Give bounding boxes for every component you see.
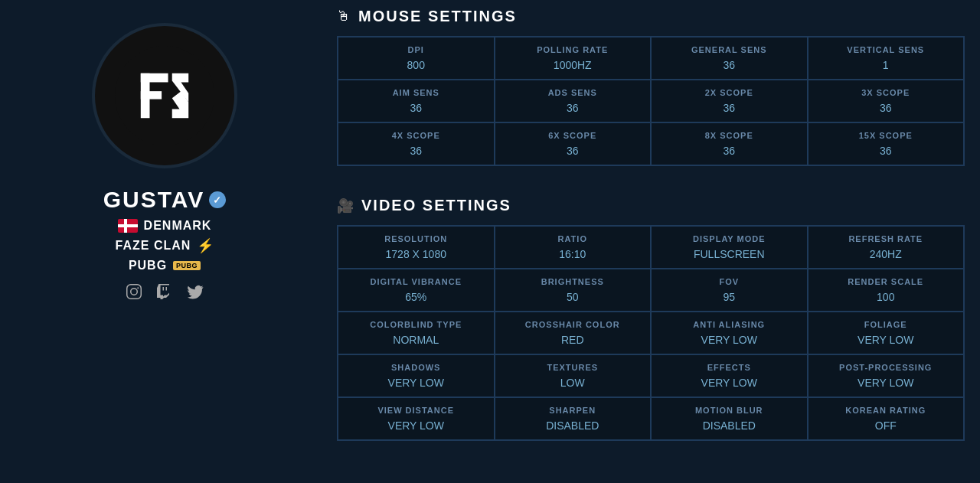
setting-cell: FOV95 [651, 269, 808, 312]
setting-value: 240HZ [815, 248, 958, 260]
avatar [92, 23, 237, 168]
setting-value: 36 [658, 59, 801, 71]
setting-label: MOTION BLUR [658, 406, 801, 415]
svg-rect-3 [141, 91, 162, 99]
setting-value: VERY LOW [658, 377, 801, 389]
setting-value: VERY LOW [815, 334, 958, 346]
setting-label: RESOLUTION [345, 234, 488, 243]
setting-cell: POLLING RATE1000HZ [495, 37, 652, 80]
player-name: GUSTAV [103, 187, 205, 213]
setting-cell: EFFECTSVERY LOW [651, 354, 808, 397]
setting-value: 36 [501, 102, 645, 114]
setting-value: DISABLED [501, 419, 645, 432]
setting-label: DIGITAL VIBRANCE [345, 277, 488, 286]
setting-label: DISPLAY MODE [658, 234, 801, 243]
team-row: FAZE CLAN ⚡ [116, 237, 214, 254]
setting-label: POST-PROCESSING [815, 363, 958, 372]
faze-icon: ⚡ [197, 237, 214, 254]
setting-cell: RENDER SCALE100 [808, 269, 965, 312]
setting-label: GENERAL SENS [658, 45, 801, 54]
twitch-icon[interactable] [155, 282, 175, 302]
setting-label: EFFECTS [658, 363, 801, 372]
setting-value: 36 [345, 102, 488, 114]
setting-value: RED [501, 334, 645, 346]
setting-cell: ADS SENS36 [495, 80, 652, 122]
setting-value: NORMAL [345, 334, 488, 346]
social-row [124, 282, 205, 302]
instagram-icon[interactable] [124, 282, 144, 302]
setting-label: VIEW DISTANCE [345, 406, 488, 415]
setting-label: ADS SENS [501, 88, 645, 97]
setting-label: 3X SCOPE [815, 88, 958, 97]
main-content: 🖱 MOUSE SETTINGS DPI800POLLING RATE1000H… [329, 0, 980, 483]
setting-value: 16:10 [501, 248, 645, 260]
setting-value: 36 [815, 145, 958, 157]
setting-cell: POST-PROCESSINGVERY LOW [808, 354, 965, 397]
setting-cell: VERTICAL SENS1 [808, 37, 965, 80]
video-settings-grid: RESOLUTION1728 X 1080RATIO16:10DISPLAY M… [337, 225, 965, 441]
setting-value: 1000HZ [501, 59, 645, 71]
setting-label: 8X SCOPE [658, 131, 801, 140]
setting-label: ANTI ALIASING [658, 320, 801, 329]
setting-value: 800 [345, 59, 488, 71]
setting-cell: 3X SCOPE36 [808, 80, 965, 122]
setting-value: VERY LOW [658, 334, 801, 346]
setting-cell: AIM SENS36 [338, 80, 495, 122]
setting-label: FOV [658, 277, 801, 286]
setting-label: SHARPEN [501, 406, 645, 415]
setting-value: 36 [658, 102, 801, 114]
denmark-flag-icon [118, 219, 138, 233]
setting-cell: DIGITAL VIBRANCE65% [338, 269, 495, 312]
video-settings-section: 🎥 VIDEO SETTINGS RESOLUTION1728 X 1080RA… [337, 189, 965, 441]
setting-value: 50 [501, 291, 645, 303]
setting-label: VERTICAL SENS [815, 45, 958, 54]
setting-label: REFRESH RATE [815, 234, 958, 243]
setting-cell: 4X SCOPE36 [338, 122, 495, 165]
setting-value: 36 [815, 102, 958, 114]
setting-cell: VIEW DISTANCEVERY LOW [338, 397, 495, 440]
svg-point-0 [115, 46, 214, 145]
verified-icon [209, 191, 226, 208]
setting-label: 15X SCOPE [815, 131, 958, 140]
mouse-settings-grid: DPI800POLLING RATE1000HZGENERAL SENS36VE… [337, 36, 965, 166]
setting-label: SHADOWS [345, 363, 488, 372]
twitter-icon[interactable] [185, 282, 205, 302]
setting-label: 6X SCOPE [501, 131, 645, 140]
faze-clan-logo [115, 46, 214, 145]
setting-cell: RESOLUTION1728 X 1080 [338, 226, 495, 269]
setting-value: 1728 X 1080 [345, 248, 488, 260]
team-name: FAZE CLAN [116, 239, 191, 253]
setting-label: COLORBLIND TYPE [345, 320, 488, 329]
setting-value: 36 [501, 145, 645, 157]
video-settings-title: VIDEO SETTINGS [361, 197, 511, 214]
setting-label: KOREAN RATING [815, 406, 958, 415]
setting-cell: REFRESH RATE240HZ [808, 226, 965, 269]
setting-cell: 15X SCOPE36 [808, 122, 965, 165]
video-icon: 🎥 [337, 197, 354, 214]
setting-label: FOLIAGE [815, 320, 958, 329]
setting-cell: CROSSHAIR COLORRED [495, 312, 652, 354]
setting-cell: 2X SCOPE36 [651, 80, 808, 122]
setting-value: VERY LOW [345, 377, 488, 389]
setting-cell: COLORBLIND TYPENORMAL [338, 312, 495, 354]
mouse-settings-title: MOUSE SETTINGS [358, 8, 517, 25]
setting-cell: DISPLAY MODEFULLSCREEN [651, 226, 808, 269]
setting-cell: DPI800 [338, 37, 495, 80]
setting-cell: 6X SCOPE36 [495, 122, 652, 165]
setting-cell: BRIGHTNESS50 [495, 269, 652, 312]
setting-value: VERY LOW [815, 377, 958, 389]
setting-cell: GENERAL SENS36 [651, 37, 808, 80]
setting-cell: KOREAN RATINGOFF [808, 397, 965, 440]
svg-rect-2 [141, 73, 168, 83]
setting-value: 1 [815, 59, 958, 71]
mouse-settings-section: 🖱 MOUSE SETTINGS DPI800POLLING RATE1000H… [337, 0, 965, 166]
setting-label: RATIO [501, 234, 645, 243]
setting-value: 36 [345, 145, 488, 157]
setting-label: AIM SENS [345, 88, 488, 97]
setting-label: 4X SCOPE [345, 131, 488, 140]
game-row: PUBG PUBG [129, 259, 201, 273]
setting-cell: SHARPENDISABLED [495, 397, 652, 440]
setting-label: CROSSHAIR COLOR [501, 320, 645, 329]
sidebar: GUSTAV DENMARK FAZE CLAN ⚡ PUBG PUBG [0, 0, 329, 483]
setting-label: 2X SCOPE [658, 88, 801, 97]
